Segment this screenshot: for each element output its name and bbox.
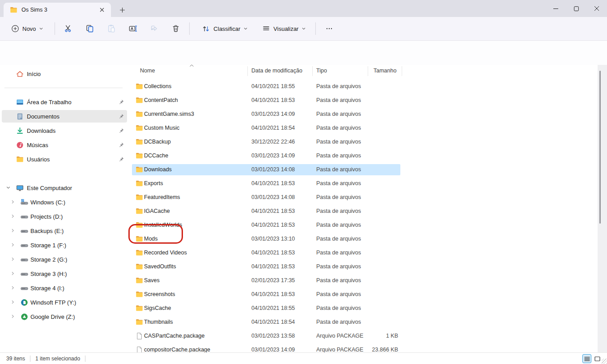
chevron-right-icon[interactable]: [10, 213, 16, 220]
drive-ftp-icon: [21, 299, 28, 306]
list-lines-icon: [262, 25, 270, 33]
file-row[interactable]: FeaturedItems03/01/2023 14:08Pasta de ar…: [132, 190, 599, 204]
copy-icon[interactable]: [82, 21, 98, 36]
file-row[interactable]: Thumbnails04/10/2021 18:54Pasta de arqui…: [132, 315, 599, 329]
vertical-scrollbar[interactable]: [598, 65, 607, 352]
sidebar-item-storage-3-h-[interactable]: Storage 3 (H:): [0, 267, 131, 281]
sidebar-item-storage-4-i-[interactable]: Storage 4 (I:): [0, 281, 131, 295]
view-button[interactable]: Visualizar: [258, 21, 310, 36]
column-header-nome[interactable]: Nome: [140, 68, 155, 74]
large-icons-view-icon[interactable]: [593, 354, 602, 363]
toolbar-divider: [315, 22, 316, 35]
minimize-icon[interactable]: [545, 0, 566, 17]
tab-close-icon[interactable]: [98, 5, 106, 14]
drive-icon: [21, 227, 28, 235]
column-divider[interactable]: [312, 66, 313, 76]
file-row[interactable]: DCCache03/01/2023 14:09Pasta de arquivos: [132, 149, 599, 163]
sidebar-item-google-drive-z-[interactable]: Google Drive (Z:): [0, 309, 131, 324]
chevron-right-icon[interactable]: [10, 285, 16, 291]
chevron-right-icon[interactable]: [10, 199, 16, 205]
folder-icon: [136, 138, 143, 146]
share-icon[interactable]: [146, 21, 162, 36]
sidebar-item-storage-2-g-[interactable]: Storage 2 (G:): [0, 252, 131, 267]
sidebar-item--rea-de-trabalho[interactable]: Área de Trabalho: [0, 95, 131, 109]
cut-icon[interactable]: [60, 21, 76, 36]
file-type: Pasta de arquivos: [316, 250, 361, 256]
chevron-right-icon[interactable]: [10, 313, 16, 320]
sidebar-item-usu-rios[interactable]: Usuários: [0, 152, 131, 166]
sidebar-item-storage-1-f-[interactable]: Storage 1 (F:): [0, 238, 131, 252]
more-icon[interactable]: [321, 21, 337, 36]
explorer-tab[interactable]: Os Sims 3: [4, 3, 111, 17]
file-row[interactable]: SigsCache04/10/2021 18:55Pasta de arquiv…: [132, 301, 599, 315]
file-row[interactable]: Custom Music04/10/2021 18:54Pasta de arq…: [132, 121, 599, 135]
pin-icon[interactable]: [118, 113, 124, 119]
folder-icon: [136, 305, 143, 312]
file-date: 04/10/2021 18:53: [251, 208, 295, 214]
new-tab-button[interactable]: [116, 4, 128, 15]
rename-icon[interactable]: [125, 21, 141, 36]
file-row[interactable]: Recorded Videos04/10/2021 18:53Pasta de …: [132, 246, 599, 260]
file-type: Pasta de arquivos: [316, 111, 361, 117]
file-name: Downloads: [144, 166, 172, 173]
file-row[interactable]: Exports04/10/2021 18:53Pasta de arquivos: [132, 177, 599, 190]
status-divider: [85, 356, 85, 362]
file-row[interactable]: Downloads03/01/2023 14:08Pasta de arquiv…: [132, 163, 599, 177]
resize-grip[interactable]: [602, 359, 607, 364]
file-name: DCCache: [144, 152, 168, 159]
file-row[interactable]: InstalledWorlds04/10/2021 18:53Pasta de …: [132, 218, 599, 232]
column-divider[interactable]: [368, 66, 368, 76]
sidebar-item-label: Storage 3 (H:): [30, 271, 67, 277]
chevron-right-icon[interactable]: [10, 242, 16, 248]
sidebar-item-downloads[interactable]: Downloads: [0, 123, 131, 138]
chevron-right-icon[interactable]: [10, 228, 16, 234]
sidebar-item-documentos[interactable]: Documentos: [0, 109, 131, 123]
tab-bar: Os Sims 3: [0, 0, 607, 17]
scrollbar-thumb[interactable]: [599, 71, 601, 224]
new-button[interactable]: Novo: [7, 21, 47, 36]
sidebar-item-home[interactable]: Início: [0, 67, 131, 81]
sidebar-item-projects-d-[interactable]: Projects (D:): [0, 209, 131, 224]
file-type: Pasta de arquivos: [316, 208, 361, 214]
file-date: 04/10/2021 18:54: [251, 125, 295, 131]
computer-icon: [16, 184, 24, 192]
pin-icon[interactable]: [118, 127, 124, 134]
file-row[interactable]: Mods03/01/2023 13:10Pasta de arquivos: [132, 232, 599, 246]
drive-icon: [21, 256, 28, 263]
file-row[interactable]: DCBackup30/12/2022 22:46Pasta de arquivo…: [132, 135, 599, 149]
details-view-icon[interactable]: [582, 354, 591, 363]
column-header-tipo[interactable]: Tipo: [316, 68, 327, 74]
file-row[interactable]: Saves02/01/2023 17:35Pasta de arquivos: [132, 274, 599, 288]
sidebar-item-label: Windsoft FTP (Y:): [30, 299, 76, 306]
file-date: 04/10/2021 18:53: [251, 263, 295, 270]
column-divider[interactable]: [247, 66, 248, 76]
sidebar-item-windsoft-ftp-y-[interactable]: Windsoft FTP (Y:): [0, 295, 131, 309]
sidebar-item-backups-e-[interactable]: Backups (E:): [0, 224, 131, 238]
pin-icon[interactable]: [118, 156, 124, 162]
file-row[interactable]: SavedOutfits04/10/2021 18:53Pasta de arq…: [132, 260, 599, 274]
sidebar-item-este-computador[interactable]: Este Computador: [0, 181, 131, 195]
chevron-right-icon[interactable]: [10, 299, 16, 305]
column-divider[interactable]: [402, 66, 402, 76]
sidebar-item-windows-c-[interactable]: Windows (C:): [0, 195, 131, 209]
pin-icon[interactable]: [118, 99, 124, 105]
column-header-tamanho[interactable]: Tamanho: [374, 68, 396, 74]
chevron-right-icon[interactable]: [10, 256, 16, 262]
delete-icon[interactable]: [168, 21, 184, 36]
pin-icon[interactable]: [118, 142, 124, 148]
sidebar-item-m-sicas[interactable]: Músicas: [0, 138, 131, 152]
file-row[interactable]: IGACache04/10/2021 18:53Pasta de arquivo…: [132, 204, 599, 218]
file-row[interactable]: Screenshots04/10/2021 18:53Pasta de arqu…: [132, 288, 599, 301]
chevron-down-icon[interactable]: [5, 185, 12, 191]
file-row[interactable]: CASPartCache.package03/01/2023 13:58Arqu…: [132, 329, 599, 343]
file-row[interactable]: ContentPatch04/10/2021 18:53Pasta de arq…: [132, 93, 599, 107]
close-icon[interactable]: [586, 0, 607, 17]
paste-icon[interactable]: [103, 21, 119, 36]
column-header-data[interactable]: Data de modificação: [251, 68, 302, 74]
file-row[interactable]: Collections04/10/2021 18:55Pasta de arqu…: [132, 80, 599, 93]
chevron-right-icon[interactable]: [10, 271, 16, 277]
file-date: 04/10/2021 18:53: [251, 97, 295, 103]
maximize-icon[interactable]: [566, 0, 586, 17]
file-row[interactable]: CurrentGame.sims303/01/2023 14:09Pasta d…: [132, 107, 599, 121]
sort-button[interactable]: Classificar: [198, 21, 252, 36]
